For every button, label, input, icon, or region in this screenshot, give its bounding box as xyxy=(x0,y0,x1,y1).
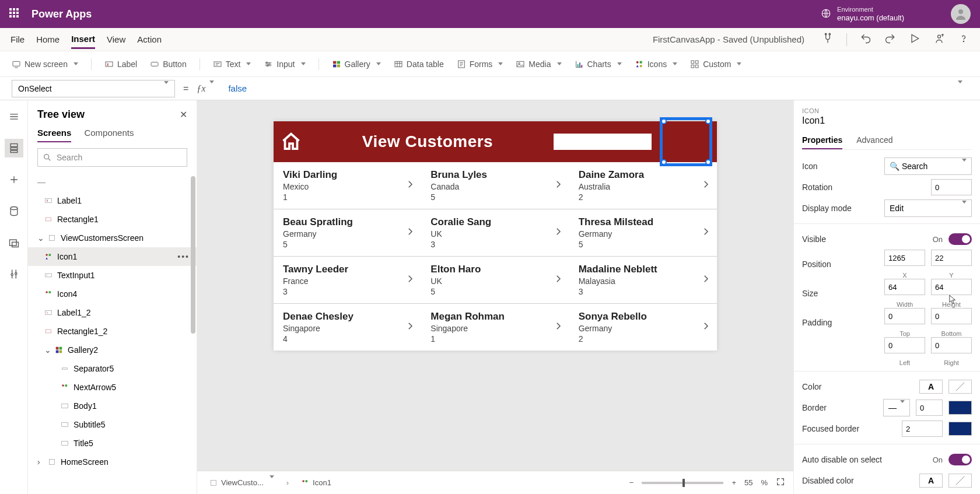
rail-tree-icon[interactable] xyxy=(5,139,23,157)
chevron-right-icon[interactable] xyxy=(405,321,415,334)
waffle-icon[interactable] xyxy=(9,8,21,20)
rail-tools-icon[interactable] xyxy=(5,265,23,283)
zoom-in-icon[interactable]: + xyxy=(732,478,736,487)
chevron-right-icon[interactable] xyxy=(701,321,711,334)
tree-node-icon4[interactable]: Icon4 xyxy=(28,285,197,303)
more-icon[interactable]: ••• xyxy=(177,252,190,261)
rail-media-icon[interactable] xyxy=(5,233,23,252)
chevron-right-icon[interactable] xyxy=(553,226,564,239)
share-icon[interactable] xyxy=(933,33,945,46)
prop-disabled-font-color[interactable]: A xyxy=(919,474,943,488)
gallery-cell[interactable]: Megan Rohman Singapore 1 xyxy=(421,304,569,351)
chevron-right-icon[interactable] xyxy=(701,226,711,239)
tree-node-rectangle1[interactable]: Rectangle1 xyxy=(28,210,197,229)
fit-icon[interactable] xyxy=(776,477,785,488)
ribbon-label[interactable]: Label xyxy=(104,59,137,69)
tree-node-icon1[interactable]: Icon1••• xyxy=(28,247,197,266)
prop-padtop-input[interactable] xyxy=(884,308,925,324)
prop-disabled-fill-color[interactable] xyxy=(949,474,972,488)
prop-focused-border-color[interactable] xyxy=(949,422,972,436)
prop-width-input[interactable] xyxy=(884,279,925,295)
tree-node-textinput1[interactable]: TextInput1 xyxy=(28,266,197,285)
prop-font-color[interactable]: A xyxy=(919,380,943,394)
menu-insert[interactable]: Insert xyxy=(71,30,95,49)
prop-padleft-input[interactable] xyxy=(884,337,925,353)
ribbon-new-screen[interactable]: New screen xyxy=(12,59,78,69)
tree-node[interactable]: — xyxy=(28,173,197,191)
chevron-right-icon[interactable] xyxy=(701,274,711,286)
tree-node-homescreen[interactable]: ›HomeScreen xyxy=(28,453,197,471)
chevron-right-icon[interactable] xyxy=(553,321,564,334)
prop-padbottom-input[interactable] xyxy=(931,308,972,324)
search-textbox[interactable] xyxy=(554,134,652,150)
gallery-cell[interactable]: Madaline Neblett Malayasia 3 xyxy=(569,257,717,303)
prop-padright-input[interactable] xyxy=(931,337,972,353)
gallery-cell[interactable]: Daine Zamora Australia 2 xyxy=(569,162,717,209)
tree-node-label1[interactable]: Label1 xyxy=(28,191,197,210)
tree-node-title5[interactable]: Title5 xyxy=(28,434,197,453)
environment-picker[interactable]: Environment enayu.com (default) xyxy=(821,6,904,23)
chevron-right-icon[interactable] xyxy=(405,226,415,239)
avatar[interactable] xyxy=(951,4,971,24)
tree-node-nextarrow5[interactable]: NextArrow5 xyxy=(28,378,197,397)
ribbon-custom[interactable]: Custom xyxy=(690,59,741,69)
ribbon-data-table[interactable]: Data table xyxy=(394,59,444,69)
chevron-right-icon[interactable] xyxy=(701,179,711,192)
prop-border-width[interactable] xyxy=(916,400,943,416)
tree-node-separator5[interactable]: Separator5 xyxy=(28,359,197,378)
props-tab-advanced[interactable]: Advanced xyxy=(856,132,892,149)
chevron-right-icon[interactable] xyxy=(553,179,564,192)
tree-node-gallery2[interactable]: ⌄Gallery2 xyxy=(28,341,197,359)
gallery-cell[interactable]: Tawny Leeder France 3 xyxy=(274,257,421,303)
prop-autodisable-toggle[interactable] xyxy=(949,454,972,465)
gallery-cell[interactable]: Thresa Milstead Germany 5 xyxy=(569,209,717,256)
tree-close-icon[interactable]: ✕ xyxy=(180,109,187,120)
prop-visible-toggle[interactable] xyxy=(949,233,972,245)
ribbon-icons[interactable]: Icons xyxy=(635,59,677,69)
tree-node-viewcustomers[interactable]: ⌄ViewCustomersScreen xyxy=(28,229,197,247)
tree-scrollbar[interactable] xyxy=(191,176,195,334)
ribbon-media[interactable]: Media xyxy=(516,59,561,69)
tree-search[interactable]: Search xyxy=(37,148,187,167)
gallery-cell[interactable]: Denae Chesley Singapore 4 xyxy=(274,304,421,351)
ribbon-charts[interactable]: Charts xyxy=(575,59,622,69)
canvas-screen[interactable]: View Customers Viki Darling Mexico 1 Bru… xyxy=(274,121,717,351)
prop-icon-select[interactable]: 🔍 Search xyxy=(884,157,972,175)
prop-height-input[interactable] xyxy=(931,279,972,295)
prop-displaymode-select[interactable]: Edit xyxy=(884,199,972,217)
rail-hamburger-icon[interactable] xyxy=(5,107,23,126)
prop-rotation-input[interactable] xyxy=(931,179,972,195)
zoom-out-icon[interactable]: − xyxy=(629,478,634,487)
ribbon-gallery[interactable]: Gallery xyxy=(332,59,381,69)
chevron-right-icon[interactable] xyxy=(553,274,564,286)
prop-y-input[interactable] xyxy=(931,250,972,266)
props-tab-properties[interactable]: Properties xyxy=(802,132,842,149)
gallery-cell[interactable]: Bruna Lyles Canada 5 xyxy=(421,162,569,209)
prop-focused-border-input[interactable] xyxy=(902,421,943,437)
breadcrumb-icon1[interactable]: Icon1 xyxy=(297,477,335,489)
formula-input[interactable]: false xyxy=(222,80,968,97)
prop-fill-color[interactable] xyxy=(949,380,972,394)
gallery-cell[interactable]: Viki Darling Mexico 1 xyxy=(274,162,421,209)
ribbon-text[interactable]: Text xyxy=(213,59,251,69)
prop-x-input[interactable] xyxy=(884,250,925,266)
menu-file[interactable]: File xyxy=(10,31,24,48)
home-icon[interactable] xyxy=(281,131,302,152)
rail-data-icon[interactable] xyxy=(5,202,23,220)
gallery-cell[interactable]: Coralie Sang UK 3 xyxy=(421,209,569,256)
tree-node-label1-2[interactable]: Label1_2 xyxy=(28,303,197,322)
ribbon-button[interactable]: Button xyxy=(150,59,186,69)
prop-border-style[interactable]: — xyxy=(883,399,910,416)
tree-node-subtitle5[interactable]: Subtitle5 xyxy=(28,415,197,434)
menu-action[interactable]: Action xyxy=(137,31,162,48)
property-select[interactable]: OnSelect xyxy=(12,80,175,97)
fx-icon[interactable]: ƒx xyxy=(197,83,214,94)
rail-add-icon[interactable] xyxy=(5,170,23,189)
breadcrumb-screen[interactable]: ViewCusto... xyxy=(205,477,278,489)
menu-view[interactable]: View xyxy=(107,31,125,48)
zoom-slider[interactable] xyxy=(642,482,723,484)
redo-icon[interactable] xyxy=(884,33,896,46)
help-icon[interactable] xyxy=(958,33,970,46)
selected-search-icon[interactable] xyxy=(662,120,710,164)
chevron-right-icon[interactable] xyxy=(405,179,415,192)
